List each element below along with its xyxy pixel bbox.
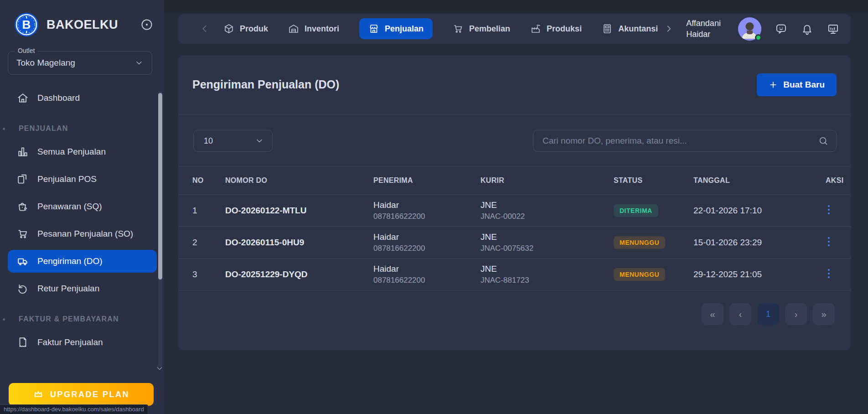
user-avatar[interactable] [738, 17, 761, 41]
search-input[interactable] [533, 130, 837, 152]
penerima-telp: 087816622200 [373, 212, 480, 221]
outlet-label: Outlet [15, 47, 38, 54]
table-row: 2 DO-20260115-0HU9 Haidar 087816622200 J… [178, 227, 851, 259]
delivery-table: NO NOMOR DO PENERIMA KURIR STATUS TANGGA… [178, 166, 851, 290]
col-header-no: NO [192, 176, 225, 185]
cell-nomor-do: DO-20251229-DYQD [225, 269, 373, 279]
notifications-bell-icon[interactable] [801, 23, 813, 35]
cell-aksi [826, 203, 838, 218]
outlet-select[interactable]: Outlet Toko Magelang [8, 51, 152, 75]
create-new-button[interactable]: Buat Baru [757, 73, 837, 96]
factory-icon [530, 23, 541, 34]
cell-kurir: JNE JNAC-0075632 [480, 232, 614, 253]
panel-header: Pengiriman Penjualan (DO) Buat Baru [178, 55, 851, 114]
browser-status-url: https://dashboard-dev.bakoelku.com/sales… [0, 404, 148, 414]
topbar-actions [738, 17, 839, 41]
sidebar-item-label: Faktur Penjualan [37, 337, 103, 347]
sidebar-item-retur-penjualan[interactable]: Retur Penjualan [8, 277, 157, 300]
penerima-nama: Haidar [373, 264, 480, 274]
col-header-penerima: PENERIMA [373, 176, 480, 185]
sidebar-scrollbar-thumb[interactable] [158, 93, 162, 279]
cell-status: DITERIMA [614, 204, 693, 217]
section-bullet [3, 128, 5, 130]
tab-akuntansi[interactable]: Akuntansi [602, 23, 658, 34]
warehouse-icon [288, 23, 299, 34]
page-title: Pengiriman Penjualan (DO) [192, 78, 339, 91]
user-name: Affandani Haidar [686, 18, 721, 40]
sidebar-section-faktur-pembayaran: FAKTUR & PEMBAYARAN [0, 315, 164, 324]
sidebar-item-label: Pesanan Penjualan (SO) [37, 229, 133, 239]
feedback-chat-icon[interactable] [775, 23, 787, 35]
sidebar-menu: Dashboard PENJUALAN Semua Penjualan Penj… [0, 87, 164, 354]
brand-name: BAKOELKU [46, 18, 133, 32]
cell-tanggal: 15-01-2026 23:29 [693, 238, 826, 248]
penerima-nama: Haidar [373, 232, 480, 242]
sidebar-item-pengiriman-do[interactable]: Pengiriman (DO) [8, 250, 157, 273]
cell-penerima: Haidar 087816622200 [373, 200, 480, 221]
cell-penerima: Haidar 087816622200 [373, 264, 480, 285]
plus-icon [769, 80, 778, 89]
sidebar: B BAKOELKU Outlet Toko Magelang Dashboar… [0, 0, 164, 414]
row-actions-menu-icon[interactable] [826, 235, 832, 250]
tab-produksi[interactable]: Produksi [530, 23, 582, 34]
pagination-first-button[interactable]: « [702, 303, 723, 325]
table-controls: 10 [178, 114, 851, 152]
display-monitor-icon[interactable] [827, 23, 839, 35]
upgrade-plan-label: UPGRADE PLAN [50, 390, 129, 399]
row-actions-menu-icon[interactable] [826, 203, 832, 218]
cell-nomor-do: DO-20260115-0HU9 [225, 238, 373, 248]
create-new-label: Buat Baru [783, 80, 825, 90]
sidebar-item-pesanan-penjualan-so[interactable]: Pesanan Penjualan (SO) [8, 223, 157, 245]
pagination-last-button[interactable]: » [813, 303, 835, 325]
pagination-next-button[interactable]: › [785, 303, 807, 325]
section-label: PENJUALAN [19, 124, 68, 133]
module-navbar: Produk Inventori Penjualan Pembelian [178, 14, 851, 44]
tab-penjualan[interactable]: Penjualan [359, 18, 433, 39]
penerima-telp: 087816622200 [373, 276, 480, 285]
tab-pembelian[interactable]: Pembelian [453, 23, 510, 34]
sidebar-item-faktur-penjualan[interactable]: Faktur Penjualan [8, 331, 157, 354]
tab-produk[interactable]: Produk [223, 23, 268, 34]
invoice-document-icon [17, 336, 29, 348]
storefront-icon [368, 23, 379, 34]
bakoelku-logo-icon: B [14, 12, 39, 37]
sidebar-item-penawaran-sq[interactable]: Penawaran (SQ) [8, 195, 157, 218]
module-tabs: Produk Inventori Penjualan Pembelian [223, 18, 658, 39]
cell-no: 3 [192, 269, 225, 279]
page-size-value: 10 [204, 136, 213, 146]
col-header-kurir: KURIR [480, 176, 614, 185]
pagination-current-page[interactable]: 1 [757, 303, 779, 325]
sidebar-item-dashboard[interactable]: Dashboard [8, 87, 157, 109]
basket-question-icon [17, 201, 29, 212]
kurir-resi: JNAC-881723 [480, 276, 614, 285]
table-row: 3 DO-20251229-DYQD Haidar 087816622200 J… [178, 259, 851, 290]
tab-label: Pembelian [469, 24, 510, 34]
nav-scroll-right-icon[interactable] [664, 24, 673, 33]
status-badge: MENUNGGU [614, 268, 665, 281]
outlet-value: Toko Magelang [16, 58, 75, 68]
home-icon [17, 92, 29, 104]
cell-kurir: JNE JNAC-881723 [480, 264, 614, 285]
bar-chart-icon [17, 146, 29, 158]
penerima-nama: Haidar [373, 200, 480, 210]
main-area: Produk Inventori Penjualan Pembelian [164, 0, 868, 414]
nav-scroll-left-icon[interactable] [200, 24, 210, 34]
sidebar-item-semua-penjualan[interactable]: Semua Penjualan [8, 140, 157, 163]
user-last-name: Haidar [686, 29, 721, 40]
tab-label: Produk [240, 24, 268, 34]
kurir-nama: JNE [480, 264, 614, 274]
sidebar-item-penjualan-pos[interactable]: Penjualan POS [8, 168, 157, 191]
chevron-down-icon [134, 58, 144, 67]
cell-status: MENUNGGU [614, 268, 693, 281]
tab-inventori[interactable]: Inventori [288, 23, 339, 34]
status-badge: DITERIMA [614, 204, 658, 217]
cell-tanggal: 22-01-2026 17:10 [693, 206, 826, 216]
scroll-chevron-down-icon[interactable] [156, 365, 163, 372]
tab-label: Produksi [547, 24, 582, 34]
sidebar-collapse-toggle-icon[interactable] [140, 18, 153, 31]
pagination-prev-button[interactable]: ‹ [729, 303, 751, 325]
table-row: 1 DO-20260122-MTLU Haidar 087816622200 J… [178, 195, 851, 227]
row-actions-menu-icon[interactable] [826, 267, 832, 282]
upgrade-plan-button[interactable]: UPGRADE PLAN [9, 383, 154, 406]
page-size-select[interactable]: 10 [193, 130, 273, 152]
